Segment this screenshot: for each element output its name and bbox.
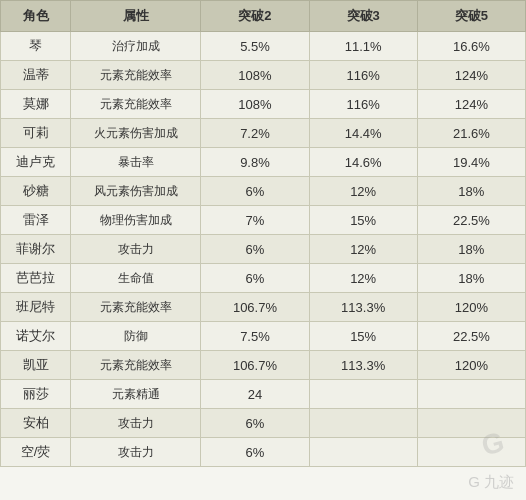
b2-cell: 6% (201, 409, 309, 438)
data-table: 角色 属性 突破2 突破3 突破5 琴治疗加成5.5%11.1%16.6%温蒂元… (0, 0, 526, 467)
table-row: 可莉火元素伤害加成7.2%14.4%21.6% (1, 119, 526, 148)
attr-cell: 防御 (71, 322, 201, 351)
attr-cell: 元素充能效率 (71, 351, 201, 380)
attr-cell: 攻击力 (71, 438, 201, 467)
table-row: 诺艾尔防御7.5%15%22.5% (1, 322, 526, 351)
table-row: 丽莎元素精通24 (1, 380, 526, 409)
b5-cell: 18% (417, 235, 525, 264)
role-cell: 可莉 (1, 119, 71, 148)
col-header-role: 角色 (1, 1, 71, 32)
table-container: 角色 属性 突破2 突破3 突破5 琴治疗加成5.5%11.1%16.6%温蒂元… (0, 0, 526, 500)
b2-cell: 106.7% (201, 351, 309, 380)
table-row: 温蒂元素充能效率108%116%124% (1, 61, 526, 90)
b2-cell: 6% (201, 177, 309, 206)
attr-cell: 风元素伤害加成 (71, 177, 201, 206)
b5-cell: 120% (417, 293, 525, 322)
table-row: 安柏攻击力6% (1, 409, 526, 438)
role-cell: 凯亚 (1, 351, 71, 380)
role-cell: 安柏 (1, 409, 71, 438)
attr-cell: 生命值 (71, 264, 201, 293)
b3-cell: 14.4% (309, 119, 417, 148)
b3-cell (309, 380, 417, 409)
attr-cell: 攻击力 (71, 235, 201, 264)
b2-cell: 7.5% (201, 322, 309, 351)
b5-cell: 22.5% (417, 322, 525, 351)
role-cell: 丽莎 (1, 380, 71, 409)
b3-cell: 15% (309, 322, 417, 351)
b3-cell: 11.1% (309, 32, 417, 61)
b2-cell: 108% (201, 90, 309, 119)
b3-cell: 12% (309, 235, 417, 264)
b3-cell: 113.3% (309, 351, 417, 380)
col-header-b2: 突破2 (201, 1, 309, 32)
b3-cell (309, 438, 417, 467)
b2-cell: 6% (201, 264, 309, 293)
b5-cell: 124% (417, 90, 525, 119)
role-cell: 班尼特 (1, 293, 71, 322)
attr-cell: 治疗加成 (71, 32, 201, 61)
role-cell: 莫娜 (1, 90, 71, 119)
b2-cell: 6% (201, 438, 309, 467)
role-cell: 空/荧 (1, 438, 71, 467)
col-header-b3: 突破3 (309, 1, 417, 32)
b3-cell: 116% (309, 61, 417, 90)
table-row: 班尼特元素充能效率106.7%113.3%120% (1, 293, 526, 322)
b5-cell (417, 409, 525, 438)
table-row: 琴治疗加成5.5%11.1%16.6% (1, 32, 526, 61)
b2-cell: 9.8% (201, 148, 309, 177)
b3-cell: 12% (309, 177, 417, 206)
role-cell: 琴 (1, 32, 71, 61)
header-row: 角色 属性 突破2 突破3 突破5 (1, 1, 526, 32)
table-row: 砂糖风元素伤害加成6%12%18% (1, 177, 526, 206)
attr-cell: 物理伤害加成 (71, 206, 201, 235)
attr-cell: 攻击力 (71, 409, 201, 438)
b2-cell: 6% (201, 235, 309, 264)
b5-cell: 21.6% (417, 119, 525, 148)
attr-cell: 元素充能效率 (71, 61, 201, 90)
table-row: 芭芭拉生命值6%12%18% (1, 264, 526, 293)
b2-cell: 7% (201, 206, 309, 235)
b5-cell: 18% (417, 264, 525, 293)
b3-cell: 116% (309, 90, 417, 119)
b5-cell: 16.6% (417, 32, 525, 61)
table-row: 空/荧攻击力6% (1, 438, 526, 467)
role-cell: 芭芭拉 (1, 264, 71, 293)
col-header-b5: 突破5 (417, 1, 525, 32)
b5-cell (417, 438, 525, 467)
table-row: 雷泽物理伤害加成7%15%22.5% (1, 206, 526, 235)
role-cell: 砂糖 (1, 177, 71, 206)
attr-cell: 元素充能效率 (71, 293, 201, 322)
b5-cell: 120% (417, 351, 525, 380)
table-row: 菲谢尔攻击力6%12%18% (1, 235, 526, 264)
role-cell: 菲谢尔 (1, 235, 71, 264)
b5-cell (417, 380, 525, 409)
table-row: 迪卢克暴击率9.8%14.6%19.4% (1, 148, 526, 177)
b5-cell: 124% (417, 61, 525, 90)
role-cell: 迪卢克 (1, 148, 71, 177)
b3-cell: 14.6% (309, 148, 417, 177)
b5-cell: 19.4% (417, 148, 525, 177)
table-row: 凯亚元素充能效率106.7%113.3%120% (1, 351, 526, 380)
attr-cell: 元素充能效率 (71, 90, 201, 119)
b2-cell: 5.5% (201, 32, 309, 61)
attr-cell: 暴击率 (71, 148, 201, 177)
b2-cell: 24 (201, 380, 309, 409)
b3-cell: 113.3% (309, 293, 417, 322)
table-row: 莫娜元素充能效率108%116%124% (1, 90, 526, 119)
b2-cell: 7.2% (201, 119, 309, 148)
b2-cell: 108% (201, 61, 309, 90)
logo-text: G 九迹 (468, 473, 514, 492)
col-header-attr: 属性 (71, 1, 201, 32)
role-cell: 诺艾尔 (1, 322, 71, 351)
attr-cell: 火元素伤害加成 (71, 119, 201, 148)
b3-cell (309, 409, 417, 438)
role-cell: 雷泽 (1, 206, 71, 235)
role-cell: 温蒂 (1, 61, 71, 90)
b3-cell: 15% (309, 206, 417, 235)
b2-cell: 106.7% (201, 293, 309, 322)
b3-cell: 12% (309, 264, 417, 293)
b5-cell: 18% (417, 177, 525, 206)
b5-cell: 22.5% (417, 206, 525, 235)
attr-cell: 元素精通 (71, 380, 201, 409)
